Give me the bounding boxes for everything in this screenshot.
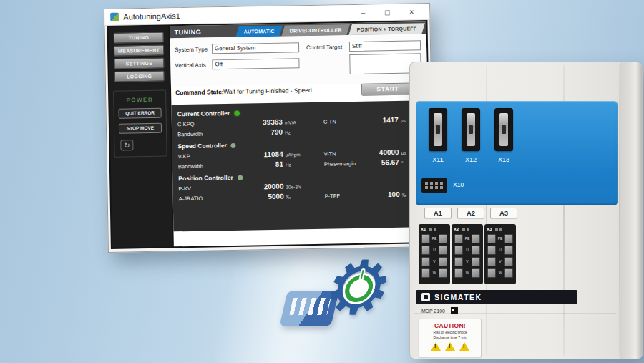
caution-label: CAUTION! Risk of electric shock Discharg…	[419, 319, 482, 357]
command-state-value: Wait for Tuning Finished - Speed	[223, 87, 312, 95]
result-value: 20000	[224, 183, 286, 191]
tab-automatic[interactable]: AUTOMATIC	[236, 26, 283, 37]
result-label: P-TFF	[325, 193, 369, 200]
result-label: Bandwidth	[178, 163, 224, 170]
result-value: 81	[224, 160, 286, 169]
app-window: AutotuningAxis1 – □ × TUNING MEASUREMENT…	[104, 3, 434, 253]
terminal-label: X1	[421, 227, 426, 231]
result-value: 100	[369, 190, 402, 199]
start-button[interactable]: START	[361, 82, 414, 95]
power-gear-graphic: ⚙	[277, 269, 423, 337]
settings-form: System Type General System Control Targe…	[170, 34, 427, 87]
connector-label-x10: X10	[453, 181, 464, 188]
terminal-row: V	[487, 256, 514, 267]
terminal-row: W	[487, 267, 514, 279]
result-unit: mV/A	[285, 120, 323, 125]
terminal-row: W	[421, 267, 448, 279]
terminal-label: X2	[454, 227, 459, 231]
axis-label: A1	[434, 209, 442, 217]
result-unit: µA/rpm	[286, 152, 324, 158]
control-target-input[interactable]: Stiff	[349, 40, 421, 52]
result-value	[368, 132, 401, 133]
vertical-axis-input[interactable]: Off	[212, 58, 299, 69]
connector-panel: X11 X12 X13 X10	[416, 101, 618, 205]
sidebar-item-measurement[interactable]: MEASUREMENT	[114, 45, 164, 57]
result-label: Bandwidth	[177, 130, 223, 137]
terminal-block-x2: X2 PE U V W	[452, 224, 483, 284]
close-button[interactable]: ×	[399, 7, 424, 16]
connector-label-x12: X12	[460, 156, 482, 163]
connector-x12	[462, 108, 480, 151]
terminal-row: V	[454, 256, 481, 267]
result-value: 11084	[224, 150, 286, 159]
result-section-speed: Speed Controller V-KP 11084 µA/rpm V-TN …	[177, 138, 419, 170]
brand-name: SIGMATEK	[434, 293, 482, 301]
vertical-axis-label: Vertical Axis	[175, 62, 205, 69]
power-control-group: POWER QUIT ERROR STOP MOVE ↻	[113, 90, 167, 158]
maximize-button[interactable]: □	[375, 8, 399, 17]
result-label: C-KPQ	[177, 120, 223, 127]
result-unit: ‰	[286, 194, 325, 200]
result-row: A-JRATIO 5000 ‰ P-TFF 100 ‰	[179, 190, 419, 202]
pin-label: U	[496, 248, 504, 252]
result-value: 790	[223, 128, 285, 137]
main-panel: TUNING AUTOMATIC DRIVECONTROLLER POSITIO…	[170, 21, 429, 246]
result-unit: Hz	[285, 130, 323, 135]
terminal-header: X3	[487, 226, 514, 233]
minimize-button[interactable]: –	[351, 8, 375, 17]
terminal-row: V	[421, 256, 448, 267]
terminal-header: X1	[421, 226, 448, 233]
result-label	[323, 133, 368, 134]
terminal-row: PE	[421, 233, 448, 244]
tab-label: POSITION + TORQUEFF	[357, 23, 417, 34]
stop-move-button[interactable]: STOP MOVE	[119, 123, 162, 134]
section-title: Speed Controller	[177, 142, 227, 150]
result-label	[324, 188, 369, 188]
pin-label: U	[430, 248, 438, 252]
system-type-input[interactable]: General System	[212, 42, 299, 54]
result-value: 39363	[223, 118, 285, 127]
refresh-icon[interactable]: ↻	[120, 140, 133, 150]
pin-label: U	[463, 248, 471, 252]
pin-label: W	[463, 271, 471, 275]
terminal-row: PE	[454, 233, 481, 244]
power-button[interactable]: POWER	[114, 97, 165, 104]
section-title: Current Controller	[177, 110, 230, 117]
warning-row	[419, 342, 481, 351]
page-title: TUNING	[175, 29, 202, 37]
connector-x10	[421, 178, 447, 193]
app-content: TUNING MEASUREMENT SETTINGS LOGGING POWE…	[107, 20, 431, 249]
caution-line: Discharge time 7 min	[419, 335, 481, 339]
quit-error-button[interactable]: QUIT ERROR	[118, 108, 161, 119]
model-row: MDP 2100	[421, 307, 458, 314]
connector-x13	[494, 108, 513, 151]
result-label: V-TN	[324, 150, 369, 158]
tab-label: AUTOMATIC	[244, 26, 275, 37]
sigmatek-logo-icon	[421, 293, 430, 301]
section-title: Position Controller	[178, 174, 233, 182]
status-dot-icon	[234, 110, 239, 115]
sidebar-item-settings[interactable]: SETTINGS	[114, 58, 164, 69]
result-unit: Hz	[286, 162, 324, 168]
status-dot-icon	[231, 142, 236, 147]
result-value: 56.67	[369, 158, 401, 167]
app-icon	[110, 13, 119, 21]
pin-label: V	[496, 259, 504, 263]
result-row: Bandwidth 81 Hz Phasemargin 56.67 °	[178, 158, 419, 170]
axis-plate-a1: A1	[424, 208, 452, 218]
sidebar-item-tuning[interactable]: TUNING	[114, 32, 164, 44]
axis-plate-a2: A2	[457, 208, 484, 218]
sidebar: TUNING MEASUREMENT SETTINGS LOGGING POWE…	[109, 26, 172, 247]
result-value: 40000	[369, 148, 401, 157]
result-value: 1417	[368, 116, 401, 125]
system-type-label: System Type	[175, 46, 208, 53]
result-label: V-KP	[178, 153, 224, 160]
caution-line: Risk of electric shock	[419, 330, 481, 334]
results-panel: Current Controller C-KPQ 39363 mV/A C-TN…	[171, 100, 419, 231]
axis-label: A3	[499, 209, 508, 217]
terminal-block-x3: X3 PE U V W	[484, 224, 516, 284]
result-label: Phasemargin	[324, 160, 369, 168]
tab-drivecontroller[interactable]: DRIVECONTROLLER	[282, 24, 351, 37]
sidebar-item-logging[interactable]: LOGGING	[114, 71, 165, 82]
axis-plate-a3: A3	[490, 208, 517, 218]
